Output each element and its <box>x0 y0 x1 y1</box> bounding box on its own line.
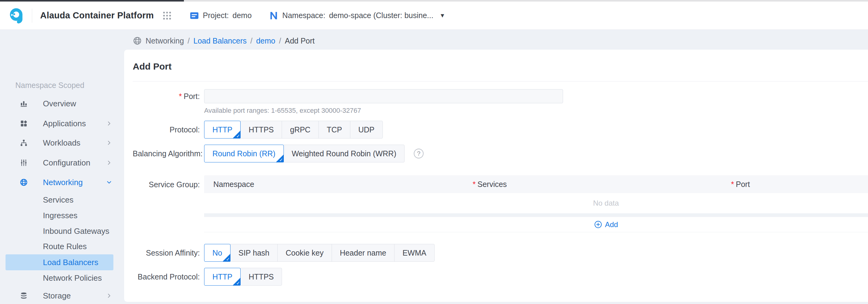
sidebar-item-label: Load Balancers <box>43 258 98 267</box>
breadcrumb: Networking / Load Balancers / demo / Add… <box>133 35 314 47</box>
chevron-down-icon <box>106 179 113 186</box>
session-option-sip-hash[interactable]: SIP hash <box>230 244 278 262</box>
breadcrumb-current: Add Port <box>285 36 314 45</box>
sidebar-item-route-rules[interactable]: Route Rules <box>0 238 124 255</box>
app-header: Alauda Container Platform Project: demo … <box>0 2 868 30</box>
sidebar-item-ingresses[interactable]: Ingresses <box>0 207 124 224</box>
namespace-icon <box>269 11 279 21</box>
project-value: demo <box>232 11 252 20</box>
title-divider <box>133 81 868 82</box>
balancing-options: Round Robin (RR)✓ Weighted Round Robin (… <box>204 145 405 162</box>
protocol-row: Protocol: HTTP✓ HTTPS gRPC TCP UDP <box>133 121 868 139</box>
bar-chart-icon <box>20 100 28 108</box>
add-service-button[interactable]: Add <box>594 220 618 229</box>
sidebar-item-inbound-gateways[interactable]: Inbound Gateways <box>0 222 124 240</box>
service-group-table: Namespace *Services *Port No data Add <box>204 175 868 232</box>
chevron-right-icon <box>106 120 113 127</box>
protocol-option-https[interactable]: HTTPS <box>240 121 282 139</box>
protocol-options: HTTP✓ HTTPS gRPC TCP UDP <box>204 121 383 139</box>
sidebar-item-label: Configuration <box>43 158 90 168</box>
breadcrumb-separator: / <box>279 36 281 45</box>
port-hint: Available port ranges: 1-65535, except 3… <box>204 107 361 115</box>
help-icon[interactable]: ? <box>414 149 424 158</box>
table-gap <box>204 213 868 217</box>
balancing-option-rr[interactable]: Round Robin (RR)✓ <box>204 145 284 162</box>
breadcrumb-section: Networking <box>146 36 184 45</box>
backend-protocol-options: HTTP✓ HTTPS <box>204 268 282 285</box>
session-affinity-row: Session Affinity: No✓ SIP hash Cookie ke… <box>133 244 868 262</box>
port-row: *Port: <box>133 89 868 103</box>
protocol-option-http[interactable]: HTTP✓ <box>204 121 241 139</box>
sidebar-item-overview[interactable]: Overview <box>0 95 124 112</box>
protocol-option-tcp[interactable]: TCP <box>318 121 350 139</box>
namespace-selector[interactable]: Namespace: demo-space (Cluster: busine..… <box>269 11 445 21</box>
column-header-services: *Services <box>473 175 507 193</box>
session-affinity-options: No✓ SIP hash Cookie key Header name EWMA <box>204 244 435 262</box>
add-service-label: Add <box>605 220 618 229</box>
sidebar-item-services[interactable]: Services <box>0 191 124 208</box>
sidebar-item-load-balancers[interactable]: Load Balancers <box>5 254 114 270</box>
namespace-caret-icon: ▼ <box>439 12 445 19</box>
sidebar-item-applications[interactable]: Applications <box>0 115 124 132</box>
protocol-option-udp[interactable]: UDP <box>350 121 383 139</box>
sidebar-item-label: Networking <box>43 178 83 187</box>
globe-icon <box>133 36 142 45</box>
port-label: *Port: <box>133 92 200 101</box>
chevron-right-icon <box>106 292 113 299</box>
balancing-option-wrr[interactable]: Weighted Round Robin (WRR) <box>283 145 405 162</box>
app-title: Alauda Container Platform <box>40 10 154 21</box>
chevron-right-icon <box>106 140 113 146</box>
sliders-icon <box>20 159 28 167</box>
sidebar-item-workloads[interactable]: Workloads <box>0 134 124 151</box>
workloads-icon <box>20 139 28 147</box>
breadcrumb-separator: / <box>188 36 190 45</box>
sidebar-item-networking[interactable]: Networking <box>0 174 124 191</box>
required-mark: * <box>731 180 734 189</box>
namespace-label: Namespace: <box>282 11 325 20</box>
column-header-namespace: Namespace <box>213 175 254 193</box>
alauda-logo-icon[interactable] <box>8 7 25 24</box>
project-label: Project: <box>203 11 229 20</box>
balancing-label: Balancing Algorithm: <box>133 149 200 158</box>
table-header: Namespace *Services *Port <box>204 175 868 193</box>
breadcrumb-link-load-balancers[interactable]: Load Balancers <box>193 36 247 45</box>
sidebar-item-label: Network Policies <box>43 273 102 283</box>
app-launcher-icon[interactable] <box>162 10 172 21</box>
service-group-row: Service Group: Namespace *Services *Port… <box>133 175 868 232</box>
session-option-header-name[interactable]: Header name <box>332 244 395 262</box>
sidebar-item-label: Route Rules <box>43 242 87 251</box>
column-header-port: *Port <box>731 175 750 193</box>
database-icon <box>20 292 28 300</box>
sidebar-item-label: Ingresses <box>43 211 78 220</box>
applications-icon <box>20 120 28 128</box>
sidebar-item-label: Storage <box>43 291 71 301</box>
sidebar-item-label: Applications <box>43 119 86 128</box>
sidebar-item-network-policies[interactable]: Network Policies <box>0 269 124 286</box>
sidebar: Namespace Scoped Overview Applications <box>0 30 124 304</box>
globe-icon <box>20 178 28 187</box>
session-affinity-label: Session Affinity: <box>133 248 200 257</box>
sidebar-item-label: Inbound Gateways <box>43 226 110 236</box>
selected-check-icon: ✓ <box>276 154 284 162</box>
session-option-ewma[interactable]: EWMA <box>394 244 435 262</box>
sidebar-item-storage[interactable]: Storage <box>0 287 124 304</box>
session-option-cookie-key[interactable]: Cookie key <box>277 244 332 262</box>
sidebar-item-label: Services <box>43 195 73 205</box>
required-mark: * <box>179 92 182 100</box>
breadcrumb-link-demo[interactable]: demo <box>256 36 276 45</box>
table-empty-state: No data <box>204 193 868 213</box>
balancing-row: Balancing Algorithm: Round Robin (RR)✓ W… <box>133 145 868 162</box>
backend-option-https[interactable]: HTTPS <box>240 268 282 285</box>
protocol-option-grpc[interactable]: gRPC <box>282 121 319 139</box>
sidebar-item-label: Workloads <box>43 138 80 148</box>
table-add-row: Add <box>204 217 868 232</box>
session-option-no[interactable]: No✓ <box>204 244 230 262</box>
project-selector[interactable]: Project: demo <box>189 11 252 21</box>
sidebar-section-label: Namespace Scoped <box>15 81 84 90</box>
backend-option-http[interactable]: HTTP✓ <box>204 268 241 285</box>
port-input[interactable] <box>204 89 563 103</box>
main-panel: Add Port *Port: Available port ranges: 1… <box>124 50 868 302</box>
breadcrumb-separator: / <box>250 36 253 45</box>
sidebar-item-configuration[interactable]: Configuration <box>0 154 124 171</box>
header-divider <box>32 8 32 23</box>
